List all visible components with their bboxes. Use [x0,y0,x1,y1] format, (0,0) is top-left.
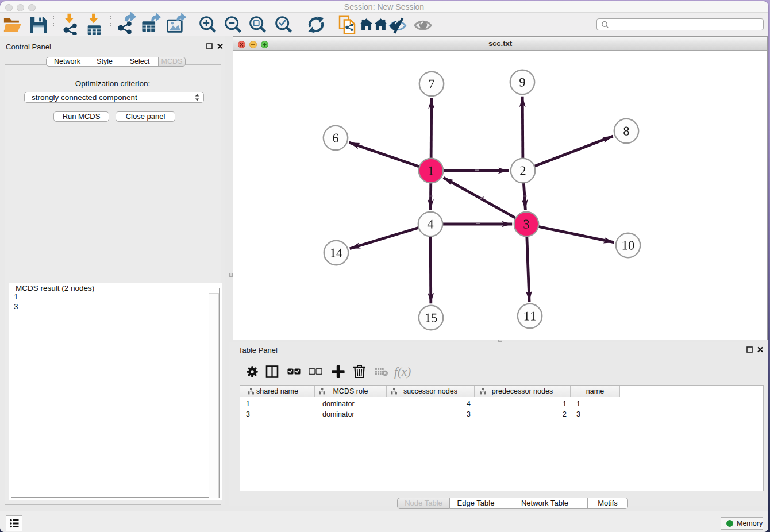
svg-text:f(x): f(x) [394,365,411,379]
